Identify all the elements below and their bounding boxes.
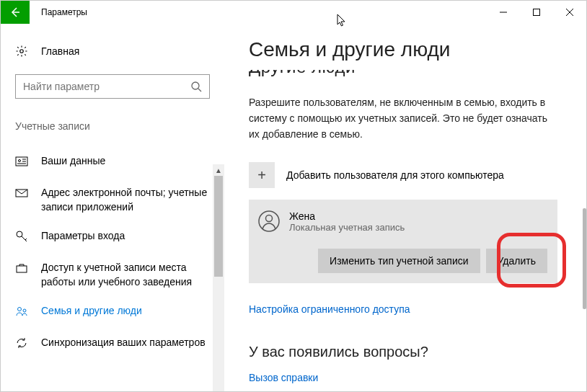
avatar-icon — [257, 210, 281, 233]
close-button[interactable] — [553, 1, 586, 24]
help-link[interactable]: Вызов справки — [249, 372, 557, 383]
main-panel: Семья и другие люди Другие люди Разрешит… — [224, 24, 586, 391]
add-user-button[interactable]: + Добавить пользователя для этого компью… — [249, 162, 557, 188]
change-account-type-button[interactable]: Изменить тип учетной записи — [318, 249, 480, 273]
nav-label: Параметры входа — [41, 228, 125, 243]
page-title: Семья и другие люди — [249, 38, 557, 61]
titlebar: Параметры — [1, 1, 586, 24]
home-button[interactable]: Главная — [1, 38, 224, 64]
nav-label: Синхронизация ваших параметров — [41, 335, 206, 349]
mail-icon — [15, 187, 28, 200]
maximize-icon — [533, 9, 540, 16]
back-button[interactable] — [1, 1, 30, 24]
svg-line-15 — [25, 239, 27, 240]
add-user-label: Добавить пользователя для этого компьюте… — [286, 169, 504, 181]
nav-label: Семья и другие люди — [41, 303, 142, 318]
gear-icon — [15, 45, 28, 58]
kiosk-link[interactable]: Настройка ограниченного доступа — [249, 303, 557, 315]
nav-label: Доступ к учетной записи места работы или… — [41, 260, 210, 289]
key-icon — [15, 230, 28, 243]
delete-button[interactable]: Удалить — [486, 249, 547, 273]
sidebar-scroll-thumb[interactable] — [214, 176, 223, 277]
sidebar-section-label: Учетные записи — [15, 120, 210, 132]
people-icon — [15, 305, 28, 318]
sidebar: Главная Учетные записи Ваши данные Адрес… — [1, 24, 224, 391]
window-controls — [487, 1, 586, 24]
svg-point-5 — [192, 82, 199, 89]
nav-item-work[interactable]: Доступ к учетной записи места работы или… — [1, 253, 224, 296]
svg-rect-16 — [17, 266, 27, 272]
maximize-button[interactable] — [520, 1, 553, 24]
user-type: Локальная учетная запись — [289, 222, 405, 233]
user-card[interactable]: Жена Локальная учетная запись Изменить т… — [249, 200, 557, 283]
nav-item-family[interactable]: Семья и другие люди — [1, 296, 224, 328]
nav-list: Ваши данные Адрес электронной почты; уче… — [1, 146, 224, 360]
svg-rect-1 — [534, 9, 540, 16]
svg-point-13 — [17, 231, 22, 237]
nav-item-your-info[interactable]: Ваши данные — [1, 146, 224, 178]
scroll-up-icon[interactable]: ▲ — [213, 164, 224, 176]
search-icon — [190, 81, 202, 92]
svg-point-17 — [18, 308, 22, 311]
user-header: Жена Локальная учетная запись — [252, 210, 547, 233]
close-icon — [566, 9, 573, 16]
home-label: Главная — [41, 45, 79, 57]
nav-item-email[interactable]: Адрес электронной почты; учетные записи … — [1, 178, 224, 221]
questions-heading: У вас появились вопросы? — [249, 344, 557, 360]
briefcase-icon — [15, 262, 28, 275]
content-scrollbar[interactable] — [583, 208, 586, 309]
nav-item-signin[interactable]: Параметры входа — [1, 221, 224, 253]
svg-point-8 — [19, 160, 21, 162]
search-input[interactable] — [15, 74, 210, 99]
minimize-icon — [500, 9, 507, 16]
plus-icon: + — [249, 162, 275, 188]
nav-item-sync[interactable]: Синхронизация ваших параметров — [1, 328, 224, 360]
back-arrow-icon — [9, 6, 21, 18]
svg-line-6 — [198, 89, 201, 92]
user-name: Жена — [289, 210, 405, 222]
svg-point-4 — [20, 50, 24, 53]
sync-icon — [15, 337, 28, 349]
nav-label: Адрес электронной почты; учетные записи … — [41, 185, 210, 214]
section-description: Разрешите пользователям, не включенным в… — [249, 94, 557, 142]
search-field[interactable] — [23, 81, 190, 92]
svg-point-20 — [266, 215, 273, 222]
minimize-button[interactable] — [487, 1, 520, 24]
window-title: Параметры — [41, 7, 87, 17]
nav-label: Ваши данные — [41, 153, 105, 168]
subheading-clipped: Другие люди — [249, 70, 557, 81]
id-card-icon — [15, 155, 28, 168]
sidebar-scrollbar[interactable]: ▲ ▼ — [213, 164, 224, 392]
svg-point-18 — [23, 309, 26, 312]
